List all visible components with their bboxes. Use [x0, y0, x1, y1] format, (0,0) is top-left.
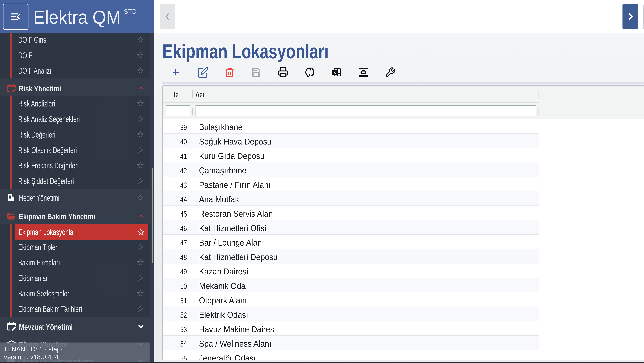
svg-text:x: x: [334, 70, 336, 75]
